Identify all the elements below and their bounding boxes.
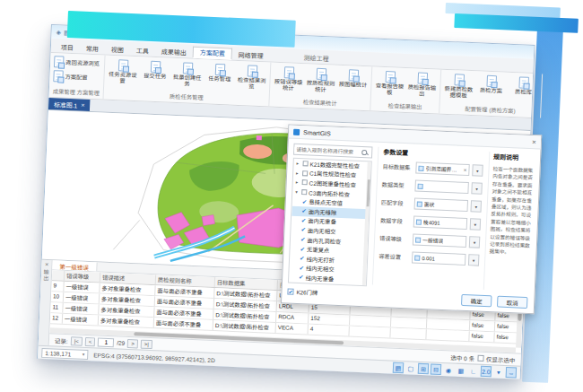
zoom-level-icon[interactable]: 2.0 bbox=[481, 366, 492, 378]
ribbon-button[interactable]: 检查结果浏览 bbox=[235, 63, 268, 91]
expander-icon[interactable]: ▸ bbox=[296, 170, 300, 176]
zoom-out-icon[interactable]: ⊟ bbox=[431, 363, 442, 375]
dropdown-button[interactable]: ▾ bbox=[470, 218, 482, 231]
rule-search-box[interactable] bbox=[293, 144, 372, 159]
ribbon-tab[interactable]: 视图 bbox=[105, 45, 130, 56]
checked-checkbox[interactable]: ✔ bbox=[287, 289, 293, 295]
ribbon-tab[interactable]: 成果输出 bbox=[155, 47, 193, 58]
map-tool-icons: ▤▢⊞⊟◉▦∟2.0▾⇔ bbox=[393, 362, 517, 379]
ribbon-tab[interactable]: 网络管理 bbox=[231, 50, 269, 62]
param-field[interactable] bbox=[414, 180, 469, 195]
rule-search-input[interactable] bbox=[294, 146, 361, 154]
param-label: 目标数据集 bbox=[382, 162, 413, 171]
search-icon[interactable] bbox=[361, 148, 368, 155]
dropdown-button[interactable]: ▾ bbox=[472, 164, 483, 177]
pan-icon[interactable]: ◉ bbox=[443, 364, 455, 376]
param-field[interactable]: 引测范围界线必须保持的重叠× bbox=[415, 162, 470, 177]
ribbon-tab[interactable]: 项目 bbox=[55, 42, 80, 53]
dropdown-button[interactable]: ▾ bbox=[471, 182, 483, 195]
document-tab[interactable]: 标准图.1 × bbox=[48, 98, 91, 111]
ribbon-button[interactable]: 任务管理 bbox=[203, 61, 236, 90]
tree-item-label: 线内无重叠 bbox=[305, 274, 334, 283]
tree-item-label: C3面内拓扑检查 bbox=[309, 188, 350, 198]
app-logo-icon[interactable]: ◈ bbox=[56, 29, 61, 35]
param-field[interactable]: 0.001 bbox=[412, 251, 466, 266]
ribbon-button[interactable]: 质检报告输出 bbox=[405, 70, 439, 99]
grid-icon[interactable]: ▦ bbox=[456, 365, 467, 377]
check-icon: ✔ bbox=[301, 207, 307, 214]
document-icon bbox=[247, 65, 257, 76]
prev-page-button[interactable]: < bbox=[85, 336, 96, 345]
page-total-label: /29 bbox=[117, 339, 125, 345]
next-page-button[interactable]: > bbox=[127, 338, 138, 347]
cancel-button[interactable]: 取消 bbox=[497, 296, 528, 309]
checkbox-icon[interactable] bbox=[301, 189, 307, 195]
param-field[interactable]: 棱4091 bbox=[413, 215, 468, 230]
ribbon-button[interactable]: 质检方案 bbox=[474, 73, 508, 101]
ribbon-button[interactable]: 按错误等级统计 bbox=[272, 65, 305, 93]
parameter-rows: 目标数据集引测范围界线必须保持的重叠×▾数据类型▾匹配字段面状▾数据字段棱409… bbox=[379, 161, 483, 266]
param-label: 数据字段 bbox=[380, 216, 411, 225]
ribbon-button[interactable]: 查看报告模板 bbox=[373, 68, 406, 97]
zoom-in-icon[interactable]: ⊞ bbox=[418, 363, 430, 375]
param-value: 0.001 bbox=[422, 255, 435, 261]
tree-item-label: 面内孔洞检查 bbox=[307, 236, 341, 246]
ribbon-button[interactable]: 按图幅统计 bbox=[336, 67, 370, 96]
scrollbar-thumb[interactable] bbox=[366, 179, 370, 206]
ribbon-button-label: 按错误等级统计 bbox=[273, 79, 305, 92]
select-box-icon[interactable]: ▢ bbox=[405, 362, 417, 374]
tree-item-label: 线内无相交 bbox=[306, 265, 335, 274]
dropdown-button[interactable]: ▾ bbox=[469, 236, 481, 248]
dropdown-button[interactable]: ▾ bbox=[470, 200, 482, 213]
first-page-button[interactable]: |< bbox=[71, 336, 83, 346]
tree-item[interactable]: ✔线内无重叠 bbox=[289, 273, 366, 285]
ribbon-button[interactable]: 质检库 bbox=[507, 74, 540, 103]
last-page-button[interactable]: >| bbox=[141, 339, 152, 349]
only-selected-checkbox[interactable] bbox=[477, 355, 483, 362]
ribbon-button[interactable]: 新建质检数据模板 bbox=[442, 72, 475, 100]
measure-angle-icon[interactable]: ∟ bbox=[468, 365, 480, 377]
ribbon-button[interactable]: 返回资源浏览 bbox=[52, 55, 101, 70]
more-options-icon[interactable]: ▾ bbox=[493, 366, 505, 378]
dropdown-button[interactable]: ▾ bbox=[468, 254, 480, 266]
table-cell bbox=[390, 328, 426, 340]
checkbox-icon[interactable] bbox=[302, 161, 308, 166]
ribbon-button[interactable]: 方案配置 bbox=[51, 69, 90, 84]
scale-selector[interactable]: 1:138,171 ▾ bbox=[41, 347, 88, 359]
param-field[interactable]: 面状 bbox=[414, 197, 469, 212]
close-icon[interactable]: × bbox=[81, 102, 84, 109]
ribbon-button[interactable]: 批量创建任务 bbox=[170, 60, 204, 89]
check-icon: ✔ bbox=[301, 217, 307, 224]
clear-icon[interactable]: × bbox=[464, 167, 467, 173]
ribbon-tab[interactable]: 常用 bbox=[80, 43, 105, 54]
ribbon-group: 返回资源浏览方案配置成果管理 方案管理 bbox=[49, 53, 106, 100]
ribbon-tab[interactable]: 工具 bbox=[130, 46, 155, 57]
check-icon: ✔ bbox=[300, 246, 305, 253]
full-extent-icon[interactable]: ⇔ bbox=[506, 367, 518, 379]
param-field[interactable]: 一般错误 bbox=[413, 233, 467, 248]
table-header-cell[interactable] bbox=[52, 270, 65, 281]
close-icon[interactable]: × bbox=[45, 261, 48, 267]
layer-manager-icon[interactable]: ▤ bbox=[393, 362, 405, 374]
table-header-cell[interactable]: 错误等级 bbox=[65, 271, 100, 283]
ribbon-button[interactable]: 任务资源设置 bbox=[106, 57, 139, 86]
check-icon: ✔ bbox=[299, 274, 304, 281]
ribbon-button[interactable]: 提交任务 bbox=[138, 58, 171, 87]
expander-icon[interactable]: ▸ bbox=[296, 161, 300, 166]
page-number-input[interactable] bbox=[98, 337, 114, 347]
checkbox-icon[interactable] bbox=[302, 180, 308, 186]
checkbox-icon[interactable] bbox=[302, 170, 308, 176]
ribbon-button[interactable]: 按质检规则统计 bbox=[304, 65, 337, 94]
error-level-tab[interactable]: 第一级错误 bbox=[52, 260, 97, 271]
expander-icon[interactable]: ▾ bbox=[295, 189, 300, 195]
table-cell bbox=[426, 329, 469, 341]
close-icon[interactable]: × bbox=[532, 138, 536, 146]
rule-tree: ▸K21数据完整性检查▸C1属性规范性检查▸C2图斑重叠性检查▾C3面内拓扑检查… bbox=[288, 158, 372, 287]
ribbon-group-buttons: 按错误等级统计按质检规则统计按图幅统计 bbox=[272, 65, 370, 100]
field-type-icon bbox=[415, 237, 421, 242]
ok-button[interactable]: 确定 bbox=[461, 294, 492, 307]
ribbon-tab[interactable]: 方案配置 bbox=[193, 47, 233, 60]
ribbon-group-caption: 成果管理 方案管理 bbox=[51, 86, 102, 99]
parameter-panel: 参数设置 目标数据集引测范围界线必须保持的重叠×▾数据类型▾匹配字段面状▾数据字… bbox=[372, 147, 483, 290]
expander-icon[interactable]: ▸ bbox=[296, 179, 300, 185]
